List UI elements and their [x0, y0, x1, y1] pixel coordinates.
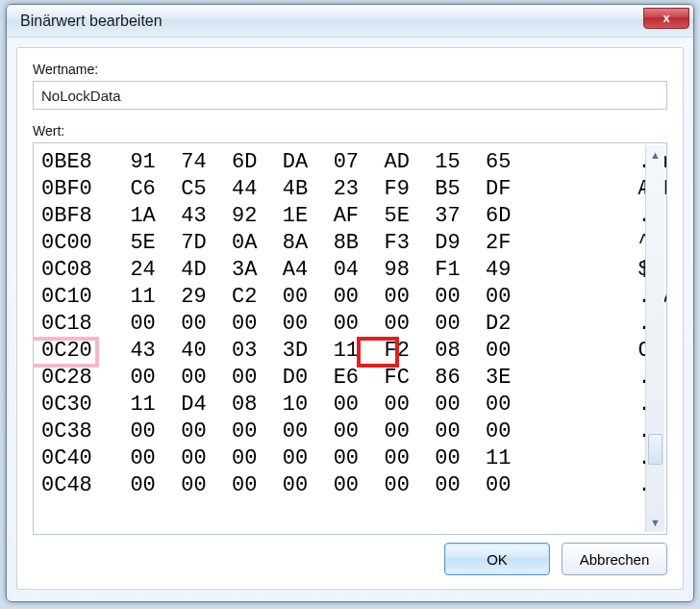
- window-title: Binärwert bearbeiten: [20, 13, 643, 30]
- button-row: OK Abbrechen: [444, 543, 667, 575]
- dialog-window: Binärwert bearbeiten x Wertname: Wert: 0…: [6, 4, 694, 602]
- hex-text[interactable]: 0BE8 91 74 6D DA 07 AD 15 65 .tmÚ.–.e 0B…: [34, 143, 666, 505]
- label-value-data: Wert:: [33, 123, 667, 139]
- dialog-client-area: Wertname: Wert: 0BE8 91 74 6D DA 07 AD 1…: [16, 47, 684, 590]
- close-icon: x: [662, 11, 669, 25]
- scroll-thumb[interactable]: [648, 434, 662, 465]
- scroll-up-arrow[interactable]: ▲: [646, 145, 664, 165]
- value-name-input[interactable]: [33, 81, 667, 110]
- ok-button[interactable]: OK: [444, 543, 550, 575]
- titlebar: Binärwert bearbeiten x: [7, 5, 693, 38]
- label-value-name: Wertname:: [33, 62, 667, 77]
- scroll-down-arrow[interactable]: ▼: [646, 513, 664, 532]
- cancel-button[interactable]: Abbrechen: [562, 543, 667, 575]
- hex-editor[interactable]: 0BE8 91 74 6D DA 07 AD 15 65 .tmÚ.–.e 0B…: [33, 142, 667, 535]
- scrollbar[interactable]: ▲ ▼: [645, 145, 664, 532]
- close-button[interactable]: x: [643, 8, 689, 29]
